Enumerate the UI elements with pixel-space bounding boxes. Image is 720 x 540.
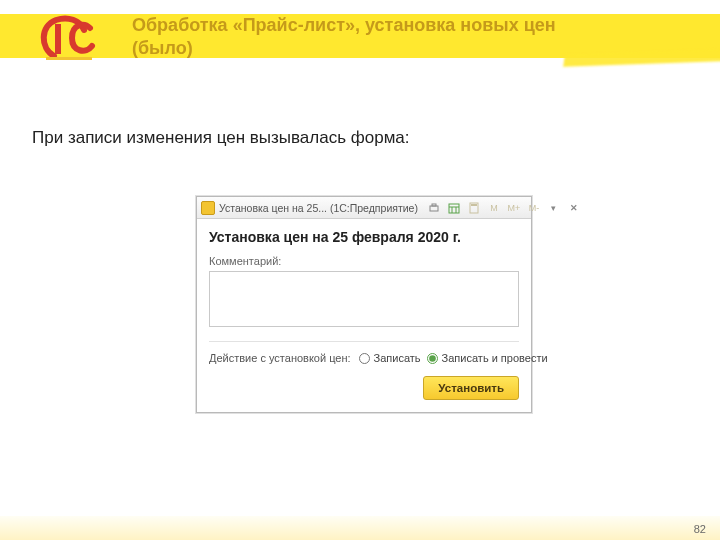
dialog-body: Установка цен на 25 февраля 2020 г. Комм… <box>197 219 531 412</box>
radio-save-and-post[interactable] <box>427 353 438 364</box>
svg-rect-0 <box>55 24 61 54</box>
memory-mminus-button[interactable]: M- <box>526 201 542 215</box>
dialog-heading: Установка цен на 25 февраля 2020 г. <box>209 229 519 245</box>
comment-label: Комментарий: <box>209 255 519 267</box>
page-number: 82 <box>694 523 706 535</box>
separator <box>209 341 519 342</box>
action-row: Действие с установкой цен: Записать Запи… <box>209 352 519 364</box>
app-1c-icon <box>201 201 215 215</box>
body-text: При записи изменения цен вызывалась форм… <box>32 128 410 148</box>
memory-m-button[interactable]: M <box>486 201 502 215</box>
dialog-footer: Установить <box>209 376 519 400</box>
calc-icon[interactable] <box>466 201 482 215</box>
action-label: Действие с установкой цен: <box>209 352 351 364</box>
slide-title: Обработка «Прайс-лист», установка новых … <box>132 14 572 59</box>
print-icon[interactable] <box>426 201 442 215</box>
install-button[interactable]: Установить <box>423 376 519 400</box>
logo-1c <box>38 12 98 62</box>
close-icon[interactable]: ✕ <box>566 201 582 215</box>
slide: Обработка «Прайс-лист», установка новых … <box>0 0 720 540</box>
price-dialog: Установка цен на 25... (1С:Предприятие) … <box>196 196 532 413</box>
radio-save-label: Записать <box>374 352 421 364</box>
radio-save[interactable] <box>359 353 370 364</box>
dropdown-icon[interactable]: ▾ <box>546 201 562 215</box>
titlebar: Установка цен на 25... (1С:Предприятие) … <box>197 197 531 219</box>
svg-rect-9 <box>471 204 477 206</box>
svg-rect-1 <box>46 57 92 60</box>
svg-rect-4 <box>449 204 459 213</box>
comment-input[interactable] <box>209 271 519 327</box>
calendar-icon[interactable] <box>446 201 462 215</box>
svg-rect-3 <box>432 204 436 206</box>
window-title: Установка цен на 25... (1С:Предприятие) <box>219 202 418 214</box>
svg-rect-2 <box>430 206 438 211</box>
bottom-stripe <box>0 516 720 540</box>
radio-save-and-post-label: Записать и провести <box>442 352 548 364</box>
memory-mplus-button[interactable]: M+ <box>506 201 522 215</box>
